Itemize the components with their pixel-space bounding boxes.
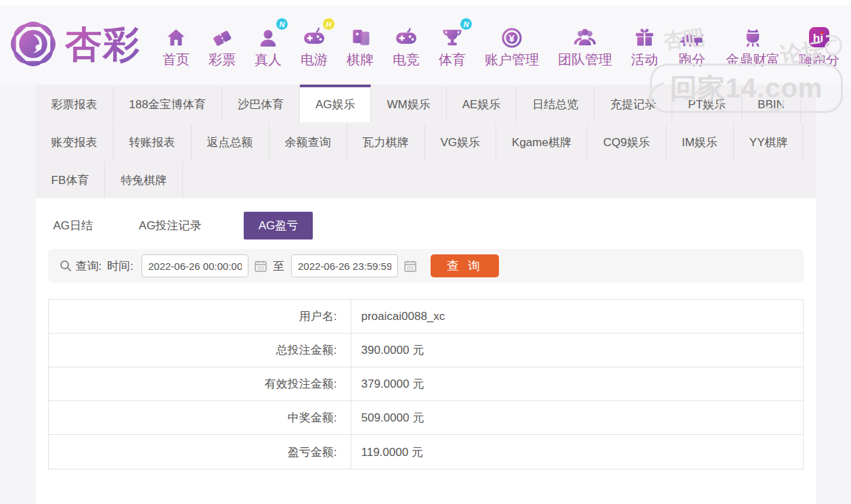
tab-188-sports[interactable]: 188金宝博体育 xyxy=(114,85,222,122)
row-value: 119.0000 元 xyxy=(351,435,803,469)
nav-item-label: 团队管理 xyxy=(558,51,612,69)
trophy-icon: N xyxy=(441,21,464,49)
team-people-icon xyxy=(573,21,597,49)
nav-item-home[interactable]: 首页 xyxy=(162,21,190,69)
nav-item-label: 嗨跑分 xyxy=(799,51,839,69)
nav-item-lottery[interactable]: 彩票 xyxy=(209,21,236,69)
row-value: proaicai0088_xc xyxy=(351,300,803,333)
table-row: 总投注金额: 390.0000 元 xyxy=(49,334,803,367)
tab-wm-entertainment[interactable]: WM娱乐 xyxy=(371,85,446,122)
time-label: 时间: xyxy=(107,258,133,274)
to-label: 至 xyxy=(273,258,284,274)
query-label: 查询: xyxy=(76,258,102,274)
tab-im-entertainment[interactable]: IM娱乐 xyxy=(666,122,734,160)
calendar-icon[interactable] xyxy=(254,259,267,273)
tab-deposit-withdraw-records[interactable]: 充提记录 xyxy=(594,85,672,122)
playing-cards-icon xyxy=(349,21,372,49)
time-from-input[interactable] xyxy=(141,254,248,277)
brand-emblem-icon xyxy=(7,18,60,73)
esports-gamepad-icon xyxy=(394,21,418,49)
tab-lottery-report[interactable]: 彩票报表 xyxy=(36,85,114,122)
tab-rebate-total[interactable]: 返点总额 xyxy=(192,122,269,160)
ticket-icon xyxy=(211,21,234,49)
new-badge: N xyxy=(276,18,288,30)
nav-item-label: 电竞 xyxy=(393,51,420,69)
table-row: 用户名: proaicai0088_xc xyxy=(49,300,803,334)
live-dealer-icon: N xyxy=(257,21,280,49)
tab-transfer-report[interactable]: 转账报表 xyxy=(114,122,192,160)
search-bar: 查询: 时间: 至 查 询 xyxy=(48,249,804,283)
tab-daily-overview[interactable]: 日结总览 xyxy=(517,85,594,122)
row-value: 390.0000 元 xyxy=(351,334,803,367)
ding-cauldron-icon xyxy=(741,21,764,49)
tab-tetu-cards[interactable]: 特兔棋牌 xyxy=(105,160,183,198)
tab-wali-cards[interactable]: 瓦力棋牌 xyxy=(347,122,425,160)
nav-item-cards[interactable]: 棋牌 xyxy=(347,21,374,69)
row-label: 用户名: xyxy=(49,300,351,333)
nav-item-esports[interactable]: 电竞 xyxy=(393,21,420,69)
gamepad-icon: H xyxy=(302,21,326,49)
row-label: 中奖金额: xyxy=(49,401,351,434)
gift-icon xyxy=(633,21,656,49)
svg-text:¥: ¥ xyxy=(509,33,515,44)
nav-item-label: 彩票 xyxy=(209,51,236,69)
row-label: 有效投注金额: xyxy=(49,367,351,400)
tab-kgame-cards[interactable]: Kgame棋牌 xyxy=(496,122,588,160)
nav-item-paofen[interactable]: 跑分 xyxy=(677,21,707,69)
row-value: 509.0000 元 xyxy=(351,401,803,434)
rhino-icon xyxy=(677,21,707,49)
nav-item-label: 棋牌 xyxy=(347,51,374,69)
nav-item-label: 电游 xyxy=(301,51,328,69)
nav-item-hipaofen[interactable]: hi 嗨跑分 xyxy=(799,21,839,69)
tab-shaba-sports[interactable]: 沙巴体育 xyxy=(222,85,300,122)
page-top-strip xyxy=(0,0,851,5)
tab-vg-entertainment[interactable]: VG娱乐 xyxy=(425,122,497,160)
calendar-icon[interactable] xyxy=(403,259,417,273)
tab-fb-sports[interactable]: FB体育 xyxy=(36,160,106,198)
tab-ag-entertainment[interactable]: AG娱乐 xyxy=(300,85,372,122)
nav-item-label: 首页 xyxy=(162,51,190,69)
ag-subtabs: AG日结 AG投注记录 AG盈亏 xyxy=(48,209,804,249)
home-icon xyxy=(165,21,188,49)
row-label: 总投注金额: xyxy=(49,334,351,367)
coin-icon: ¥ xyxy=(500,21,523,49)
hi-app-icon: hi xyxy=(807,21,831,49)
table-row: 有效投注金额: 379.0000 元 xyxy=(49,367,803,401)
tab-pt-entertainment[interactable]: PT娱乐 xyxy=(672,85,742,122)
nav-item-account-management[interactable]: ¥ 账户管理 xyxy=(485,21,539,69)
row-value: 379.0000 元 xyxy=(351,367,803,400)
content-panel: AG日结 AG投注记录 AG盈亏 查询: 时间: 至 查 询 用户名 xyxy=(36,198,816,504)
main-nav: 首页 彩票 N 真人 H 电游 棋牌 xyxy=(153,21,849,69)
table-row: 盈亏金额: 119.0000 元 xyxy=(49,435,803,469)
nav-item-label: 体育 xyxy=(439,51,466,69)
brand-logo[interactable]: 杏彩 xyxy=(7,18,141,73)
tab-account-change-report[interactable]: 账变报表 xyxy=(36,122,114,160)
tab-balance-query[interactable]: 余额查询 xyxy=(269,122,347,160)
nav-item-team-management[interactable]: 团队管理 xyxy=(558,21,612,69)
profit-loss-table: 用户名: proaicai0088_xc 总投注金额: 390.0000 元 有… xyxy=(48,299,804,469)
new-badge: N xyxy=(460,18,472,30)
nav-item-label: 账户管理 xyxy=(485,51,539,69)
hot-badge: H xyxy=(323,18,334,30)
search-button[interactable]: 查 询 xyxy=(431,254,499,277)
nav-item-label: 活动 xyxy=(631,51,658,69)
subtab-ag-bet-records[interactable]: AG投注记录 xyxy=(135,212,206,239)
nav-item-live[interactable]: N 真人 xyxy=(255,21,282,69)
tab-yy-cards[interactable]: YY棋牌 xyxy=(734,122,804,160)
tab-ae-entertainment[interactable]: AE娱乐 xyxy=(447,85,517,122)
tab-cq9-entertainment[interactable]: CQ9娱乐 xyxy=(588,122,666,160)
row-label: 盈亏金额: xyxy=(49,435,351,469)
nav-item-jinding-wealth[interactable]: 金鼎财富 xyxy=(726,21,780,69)
nav-item-egames[interactable]: H 电游 xyxy=(301,21,328,69)
nav-item-label: 真人 xyxy=(255,51,282,69)
time-to-input[interactable] xyxy=(291,254,398,277)
subtab-ag-profit-loss[interactable]: AG盈亏 xyxy=(244,212,313,239)
nav-item-label: 金鼎财富 xyxy=(726,51,780,69)
nav-item-sports[interactable]: N 体育 xyxy=(439,21,466,69)
report-tabbar: 彩票报表 188金宝博体育 沙巴体育 AG娱乐 WM娱乐 AE娱乐 日结总览 充… xyxy=(36,85,816,198)
table-row: 中奖金额: 509.0000 元 xyxy=(49,401,803,435)
nav-item-activities[interactable]: 活动 xyxy=(631,21,658,69)
subtab-ag-daily[interactable]: AG日结 xyxy=(49,212,97,239)
brand-name: 杏彩 xyxy=(65,20,141,70)
tab-bbin[interactable]: BBIN xyxy=(742,85,801,122)
